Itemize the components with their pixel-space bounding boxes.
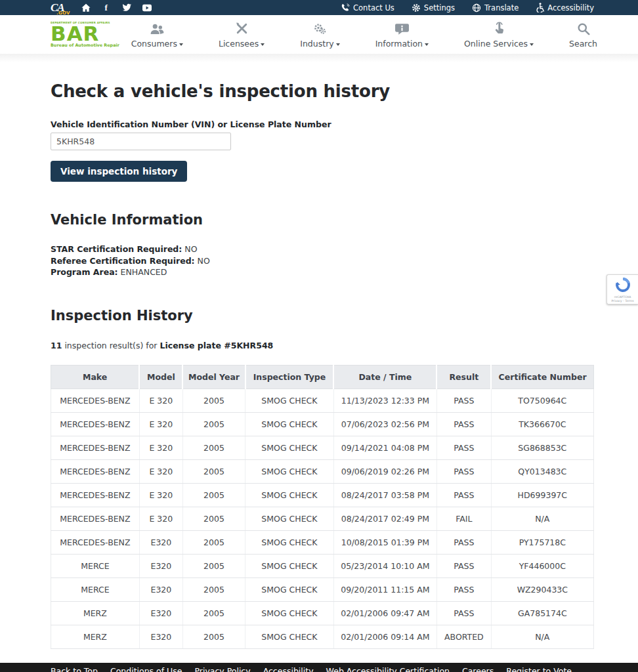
table-cell: E 320 — [139, 436, 182, 459]
table-cell: YF446000C — [491, 554, 593, 578]
column-header-make: Make — [51, 365, 140, 388]
table-cell: PY175718C — [491, 530, 593, 554]
table-row: MERCEDES-BENZE 3202005SMOG CHECK08/24/20… — [51, 507, 594, 530]
result-count-plate: License plate #5KHR548 — [160, 341, 273, 350]
table-cell: 08/24/2017 03:58 PM — [333, 483, 436, 507]
contact-us-link[interactable]: Contact Us — [341, 3, 394, 12]
utility-left: CA .GOV f — [51, 1, 152, 14]
nav-item-online-services[interactable]: Online Services — [464, 21, 534, 49]
column-header-certificate-number: Certificate Number — [491, 365, 593, 388]
nav-item-industry[interactable]: Industry — [300, 21, 339, 49]
table-cell: HD699397C — [491, 483, 593, 507]
table-cell: E320 — [139, 578, 182, 601]
table-cell: SG868853C — [491, 436, 593, 459]
column-header-date-time: Date / Time — [333, 365, 436, 388]
footer-link-register-to-vote[interactable]: Register to Vote — [506, 666, 572, 672]
settings-label: Settings — [424, 3, 455, 12]
ca-gov-logo-gov: .GOV — [56, 10, 70, 16]
table-cell: MERCE — [51, 578, 140, 601]
table-cell: 10/08/2015 01:39 PM — [333, 530, 436, 554]
table-cell: WZ290433C — [491, 578, 593, 601]
table-cell: E320 — [139, 625, 182, 648]
recaptcha-logo-icon — [615, 277, 631, 295]
info-field-program-area: Program Area: ENHANCED — [51, 266, 594, 278]
table-cell: E320 — [139, 601, 182, 625]
info-bubble-icon — [394, 21, 410, 35]
table-cell: SMOG CHECK — [245, 459, 334, 483]
accessibility-label: Accessibility — [547, 3, 594, 12]
table-cell: SMOG CHECK — [245, 436, 334, 459]
vehicle-information-heading: Vehicle Information — [51, 212, 594, 228]
table-row: MERCEE3202005SMOG CHECK05/23/2014 10:10 … — [51, 554, 594, 578]
table-cell: N/A — [491, 507, 593, 530]
table-cell: ABORTED — [436, 625, 491, 648]
footer-link-web-accessibility-certification[interactable]: Web Accessibility Certification — [326, 666, 450, 672]
page-footer: Back to Top Conditions of Use Privacy Po… — [0, 663, 638, 672]
home-icon[interactable] — [81, 3, 91, 12]
table-cell: 11/13/2023 12:33 PM — [333, 388, 436, 412]
table-cell: 09/06/2019 02:26 PM — [333, 459, 436, 483]
nav-item-information[interactable]: Information — [375, 21, 429, 49]
youtube-icon[interactable] — [142, 3, 152, 12]
table-cell: QY013483C — [491, 459, 593, 483]
bar-logo-acronym: BAR — [51, 24, 119, 43]
facebook-icon[interactable]: f — [102, 3, 111, 12]
table-cell: 09/14/2021 04:08 PM — [333, 436, 436, 459]
column-header-model-year: Model Year — [182, 365, 245, 388]
table-row: MERZE3202005SMOG CHECK02/01/2006 09:47 A… — [51, 601, 594, 625]
vin-input[interactable] — [51, 133, 231, 150]
table-cell: TK366670C — [491, 412, 593, 436]
recaptcha-text-line2: Privacy - Terms — [611, 299, 633, 303]
info-field-referee: Referee Certification Required: NO — [51, 255, 594, 267]
twitter-icon[interactable] — [122, 3, 131, 12]
table-cell: E 320 — [139, 388, 182, 412]
inspection-history-heading: Inspection History — [51, 308, 594, 324]
table-cell: E320 — [139, 554, 182, 578]
column-header-result: Result — [436, 365, 491, 388]
table-cell: 2005 — [182, 459, 245, 483]
gears-icon — [313, 21, 327, 35]
globe-icon — [472, 3, 481, 12]
accessibility-link[interactable]: Accessibility — [536, 3, 594, 12]
ca-gov-logo[interactable]: CA .GOV — [51, 1, 64, 14]
nav-item-consumers[interactable]: Consumers — [131, 21, 183, 49]
table-row: MERCEDES-BENZE 3202005SMOG CHECK08/24/20… — [51, 483, 594, 507]
result-count-number: 11 — [51, 341, 62, 350]
table-cell: TO750964C — [491, 388, 593, 412]
nav-label-licensees: Licensees — [219, 39, 265, 49]
table-cell: E 320 — [139, 507, 182, 530]
translate-link[interactable]: Translate — [472, 3, 519, 12]
people-icon — [150, 21, 165, 35]
settings-link[interactable]: Settings — [412, 3, 455, 12]
table-cell: 08/24/2017 02:49 PM — [333, 507, 436, 530]
inspection-history-table: Make Model Model Year Inspection Type Da… — [51, 365, 594, 649]
table-cell: 2005 — [182, 412, 245, 436]
footer-link-back-to-top[interactable]: Back to Top — [51, 666, 98, 672]
view-inspection-history-button[interactable]: View inspection history — [51, 161, 187, 182]
table-cell: PASS — [436, 601, 491, 625]
nav-item-licensees[interactable]: Licensees — [219, 21, 265, 49]
footer-link-careers[interactable]: Careers — [462, 666, 494, 672]
table-cell: MERZ — [51, 601, 140, 625]
result-count-text: inspection result(s) for — [62, 341, 160, 350]
recaptcha-badge[interactable]: reCAPTCHA Privacy - Terms — [606, 274, 638, 304]
table-cell: SMOG CHECK — [245, 412, 334, 436]
footer-link-privacy-policy[interactable]: Privacy Policy — [194, 666, 250, 672]
table-cell: MERCEDES-BENZ — [51, 436, 140, 459]
table-cell: PASS — [436, 436, 491, 459]
table-cell: 2005 — [182, 483, 245, 507]
table-cell: MERCEDES-BENZ — [51, 412, 140, 436]
table-header: Make Model Model Year Inspection Type Da… — [51, 365, 594, 388]
footer-link-accessibility[interactable]: Accessibility — [263, 666, 314, 672]
table-cell: MERCEDES-BENZ — [51, 530, 140, 554]
table-cell: PASS — [436, 388, 491, 412]
nav-item-search[interactable]: Search — [569, 21, 597, 49]
page-title: Check a vehicle's inspection history — [51, 81, 594, 101]
table-cell: E 320 — [139, 483, 182, 507]
footer-link-conditions-of-use[interactable]: Conditions of Use — [110, 666, 182, 672]
bar-logo[interactable]: DEPARTMENT OF CONSUMER AFFAIRS BAR Burea… — [51, 22, 119, 48]
table-cell: SMOG CHECK — [245, 625, 334, 648]
table-cell: SMOG CHECK — [245, 578, 334, 601]
table-cell: PASS — [436, 459, 491, 483]
table-row: MERCEDES-BENZE 3202005SMOG CHECK11/13/20… — [51, 388, 594, 412]
